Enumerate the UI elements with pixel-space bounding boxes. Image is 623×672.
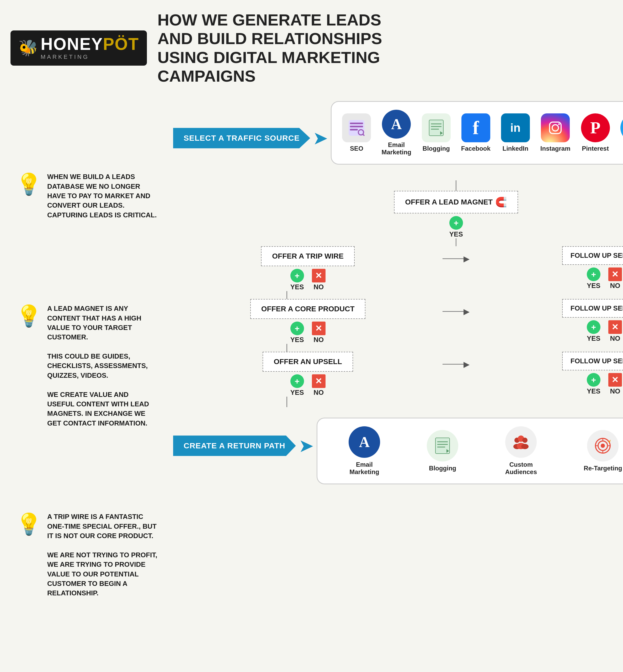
retargeting-icon xyxy=(587,430,619,461)
logo-name: HONEYPÖT xyxy=(41,36,139,53)
connector-v2 xyxy=(173,239,623,246)
follow-up-yes-no-2: + YES ✕ NO xyxy=(587,320,622,342)
core-product-yes-text: YES xyxy=(290,336,304,344)
return-email-icon: A xyxy=(349,426,380,458)
follow-up-yes-no-3: + YES ✕ NO xyxy=(587,373,622,395)
magnet-icon: 🧲 xyxy=(495,197,507,207)
yes-badge-1: + xyxy=(449,216,463,230)
traffic-icon-facebook: f Facebook xyxy=(461,113,491,152)
trip-wire-yes-no: + YES ✕ NO xyxy=(290,269,326,291)
follow-up-yes-circle-1: + xyxy=(587,268,600,281)
svg-point-12 xyxy=(552,125,559,131)
row-1: OFFER A TRIP WIRE + YES ✕ xyxy=(173,246,623,291)
sidebar-block-1: 💡 WHEN WE BUILD A LEADS DATABASE WE NO L… xyxy=(10,164,162,228)
sidebar-block-2: 💡 A LEAD MAGNET IS ANY CONTENT THAT HAS … xyxy=(10,296,162,436)
return-icon-blogging: Blogging xyxy=(427,430,458,472)
bulb-icon-2: 💡 xyxy=(16,304,42,328)
row-3: OFFER AN UPSELL + YES ✕ xyxy=(173,352,623,397)
core-product-no-badge: ✕ xyxy=(312,321,326,335)
main-content: 💡 WHEN WE BUILD A LEADS DATABASE WE NO L… xyxy=(10,101,613,606)
follow-up-yes-badge-2: + xyxy=(587,320,600,334)
follow-up-yes-text-2: YES xyxy=(587,334,600,342)
logo: 🐝 HONEYPÖT MARKETING xyxy=(10,30,147,66)
follow-up-no-text-3: NO xyxy=(610,387,620,395)
sidebar-text-3: A TRIP WIRE IS A FANTASTIC ONE-TIME SPEC… xyxy=(47,512,157,598)
follow-up-no-circle-3: ✕ xyxy=(608,373,622,387)
svg-rect-2 xyxy=(350,126,363,127)
arrow-right-3: ▶ xyxy=(443,352,470,369)
upsell-no-circle: ✕ xyxy=(312,374,326,388)
return-blogging-label: Blogging xyxy=(429,465,456,472)
trip-wire-yes-badge: + xyxy=(290,269,304,282)
follow-up-yes-2: + YES xyxy=(587,320,600,342)
flowchart: OFFER A LEAD MAGNET 🧲 + YES xyxy=(173,180,623,407)
trip-wire-box: OFFER A TRIP WIRE xyxy=(261,246,355,266)
seo-label: SEO xyxy=(350,145,363,152)
traffic-icons-wrapper: SEO A EmailMarketing xyxy=(331,101,623,165)
follow-up-no-text-1: NO xyxy=(610,282,620,290)
core-product-yes: + YES xyxy=(290,321,304,344)
header: 🐝 HONEYPÖT MARKETING HOW WE GENERATE LEA… xyxy=(10,10,613,85)
return-path-icons: A EmailMarketing xyxy=(333,426,623,476)
core-product-no-circle: ✕ xyxy=(312,321,326,335)
follow-up-box-3: FOLLOW UP SERIES xyxy=(562,352,623,370)
return-icon-email: A EmailMarketing xyxy=(349,426,380,476)
twitter-icon: 🐦 xyxy=(620,113,623,142)
return-path-wrapper: A EmailMarketing xyxy=(317,418,623,484)
return-email-label: EmailMarketing xyxy=(349,461,379,476)
follow-up-label-1: FOLLOW UP SERIES xyxy=(570,251,623,259)
svg-rect-1 xyxy=(350,122,363,124)
return-label: CREATE A RETURN PATH xyxy=(173,436,296,456)
trip-wire-no-text: NO xyxy=(314,283,324,291)
follow-up-col-2: FOLLOW UP SERIES + YES ✕ xyxy=(470,299,623,342)
blogging-icon xyxy=(422,113,451,142)
upsell-yes-text: YES xyxy=(290,389,304,397)
follow-up-no-circle-1: ✕ xyxy=(608,268,622,281)
arrow-head-2: ▶ xyxy=(464,307,470,316)
yes-center-1: + YES xyxy=(449,216,463,239)
return-retargeting-label: Re-Targeting xyxy=(584,465,622,472)
traffic-label: SELECT A TRAFFIC SOURCE xyxy=(173,128,310,148)
sidebar-text-1: WHEN WE BUILD A LEADS DATABASE WE NO LON… xyxy=(47,172,157,220)
follow-up-no-3: ✕ NO xyxy=(608,373,622,395)
core-product-box: OFFER A CORE PRODUCT xyxy=(250,299,366,319)
traffic-icon-email: A EmailMarketing xyxy=(381,110,411,156)
core-product-yes-no: + YES ✕ NO xyxy=(290,321,326,344)
follow-up-yes-text-3: YES xyxy=(587,387,600,395)
traffic-row: SELECT A TRAFFIC SOURCE ➤ xyxy=(173,101,623,175)
svg-point-13 xyxy=(558,123,560,125)
trip-wire-no-badge: ✕ xyxy=(312,269,326,282)
upsell-no: ✕ NO xyxy=(312,374,326,397)
upsell-yes-badge: + xyxy=(290,374,304,388)
return-blogging-icon xyxy=(427,430,458,461)
arrow-head-1: ▶ xyxy=(464,254,470,263)
follow-up-no-badge-1: ✕ xyxy=(608,268,622,281)
h-line-3 xyxy=(443,364,464,365)
follow-up-yes-1: + YES xyxy=(587,268,600,290)
linkedin-label: LinkedIn xyxy=(503,145,529,152)
instagram-icon xyxy=(541,113,570,142)
return-path-row: CREATE A RETURN PATH ➤ A EmailMarketing xyxy=(173,407,623,484)
flow-area: SELECT A TRAFFIC SOURCE ➤ xyxy=(173,101,623,606)
page-title: HOW WE GENERATE LEADS AND BUILD RELATION… xyxy=(157,10,393,85)
trip-wire-yes: + YES xyxy=(290,269,304,291)
yes-circle-1: + xyxy=(449,216,463,230)
linkedin-icon: in xyxy=(501,113,530,142)
upsell-yes-circle: + xyxy=(290,374,304,388)
upsell-label: OFFER AN UPSELL xyxy=(274,358,342,366)
lead-magnet-yes: + YES xyxy=(173,216,623,239)
sidebar-text-2: A LEAD MAGNET IS ANY CONTENT THAT HAS A … xyxy=(47,304,157,428)
svg-rect-3 xyxy=(350,129,358,131)
row-2: OFFER A CORE PRODUCT + YES ✕ xyxy=(173,299,623,344)
trip-wire-label: OFFER A TRIP WIRE xyxy=(272,252,344,260)
traffic-icon-instagram: Instagram xyxy=(540,113,570,152)
blogging-label: Blogging xyxy=(423,145,450,152)
pinterest-icon: P xyxy=(581,113,610,142)
follow-up-no-1: ✕ NO xyxy=(608,268,622,290)
h-line-1 xyxy=(443,258,464,259)
follow-up-yes-text-1: YES xyxy=(587,282,600,290)
connector-v3 xyxy=(173,291,623,299)
core-product-label: OFFER A CORE PRODUCT xyxy=(261,305,355,313)
core-product-no-text: NO xyxy=(314,336,324,344)
connector-v5 xyxy=(173,397,623,407)
